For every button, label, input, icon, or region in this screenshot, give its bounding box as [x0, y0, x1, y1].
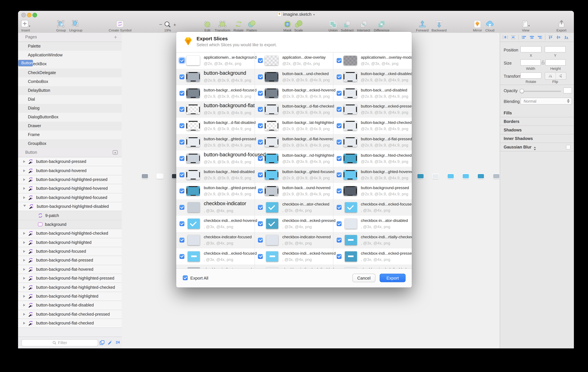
disclosure-icon[interactable] — [23, 169, 25, 172]
toolbar-scale[interactable]: Scale — [294, 19, 303, 32]
slice-checkbox[interactable] — [258, 123, 263, 128]
canvas-artboard-thumb[interactable] — [417, 174, 424, 178]
slice-checkbox[interactable] — [336, 140, 341, 145]
layer-item[interactable]: background — [18, 220, 122, 229]
width-field[interactable] — [520, 59, 541, 66]
slice-checkbox[interactable] — [336, 189, 341, 193]
sidebar-page-dialogbuttonbox[interactable]: DialogButtonBox — [18, 113, 122, 121]
disclosure-open-icon[interactable] — [23, 205, 26, 208]
toolbar-forward[interactable]: Forward — [416, 19, 429, 32]
flip-buttons[interactable] — [545, 72, 566, 80]
height-field[interactable] — [545, 59, 566, 66]
slice-checkbox[interactable] — [258, 205, 263, 210]
disclosure-icon[interactable] — [23, 304, 25, 307]
sidebar-page-combobox[interactable]: ComboBox — [18, 77, 122, 86]
layer-item[interactable]: button-background-hovered — [18, 166, 122, 175]
disclosure-icon[interactable] — [23, 277, 25, 280]
toolbar-cloud[interactable]: Cloud — [485, 19, 495, 32]
slice-checkbox[interactable] — [179, 91, 184, 96]
layer-item[interactable]: button-background-flat-highlighted-press… — [18, 274, 122, 283]
toolbar-backward[interactable]: Backward — [431, 19, 447, 32]
section-borders[interactable]: Borders — [500, 117, 574, 126]
disclosure-icon[interactable] — [23, 295, 25, 298]
toolbar-export[interactable]: Export — [556, 19, 567, 32]
toolbar-group[interactable]: Group — [56, 19, 66, 32]
toolbar-transform[interactable]: Transform — [215, 19, 230, 32]
section-gaussian-blur[interactable]: Gaussian Blur — [500, 143, 574, 151]
slice-checkbox[interactable] — [179, 238, 184, 242]
zoom-in-icon[interactable]: + — [173, 22, 176, 27]
layer-item[interactable]: button-background-highlighted-hovered — [18, 184, 122, 193]
layer-item[interactable]: button-background-focused — [18, 247, 122, 256]
position-y-field[interactable] — [545, 46, 566, 52]
sidebar-page-dialog[interactable]: Dialog — [18, 104, 122, 113]
sidebar-page-checkdelegate[interactable]: CheckDelegate — [18, 69, 122, 77]
sidebar-page-drawer[interactable]: Drawer — [18, 121, 122, 131]
zoom-out-icon[interactable]: − — [159, 22, 162, 28]
toolbar-zoom[interactable]: −+19% — [159, 19, 176, 32]
toolbar-ungroup[interactable]: Ungroup — [69, 19, 83, 32]
slice-checkbox[interactable] — [258, 91, 263, 96]
gaussian-blur-checkbox[interactable] — [566, 145, 571, 150]
opacity-knob[interactable] — [520, 89, 524, 93]
toolbar-difference[interactable]: Difference — [374, 19, 389, 32]
add-page-icon[interactable]: + — [114, 33, 117, 42]
canvas-artboard-thumb[interactable] — [478, 174, 484, 178]
slice-checkbox[interactable] — [336, 172, 341, 177]
slice-checkbox[interactable] — [179, 140, 184, 145]
slice-checkbox[interactable] — [336, 91, 341, 96]
toolbar-mirror[interactable]: Mirror — [473, 19, 482, 32]
sidebar-page-frame[interactable]: Frame — [18, 131, 122, 139]
sidebar-page-applicationwindow[interactable]: ApplicationWindow — [18, 51, 122, 60]
slice-checkbox[interactable] — [258, 156, 263, 161]
toolbar-intersect[interactable]: Intersect — [357, 19, 370, 32]
slice-checkbox[interactable] — [179, 189, 184, 193]
layer-item[interactable]: button-background-flat-checked — [18, 319, 122, 328]
export-button[interactable]: Export — [380, 274, 406, 282]
toolbar-flatten[interactable]: Flatten — [246, 19, 257, 32]
slice-checkbox[interactable] — [336, 221, 341, 226]
align-middle-icon[interactable] — [555, 35, 562, 40]
opacity-slider[interactable] — [521, 91, 561, 92]
sidebar-page-checkbox[interactable]: CheckBox — [18, 60, 122, 69]
slice-checkbox[interactable] — [258, 221, 263, 226]
slice-checkbox[interactable] — [258, 189, 263, 193]
slice-checkbox[interactable] — [179, 107, 184, 112]
cancel-button[interactable]: Cancel — [352, 274, 375, 282]
distribute-vertically-icon[interactable] — [510, 35, 516, 40]
disclosure-icon[interactable] — [23, 250, 25, 253]
blending-select[interactable]: Normal — [520, 98, 572, 105]
slice-checkbox[interactable] — [336, 123, 341, 128]
artboard-toggle-icon[interactable] — [113, 150, 118, 155]
canvas-artboard-thumb[interactable] — [448, 174, 454, 178]
sidebar-page-groupbox[interactable]: GroupBox — [18, 139, 122, 148]
disclosure-icon[interactable] — [23, 187, 25, 190]
section-shadows[interactable]: Shadows — [500, 126, 574, 134]
flip-horizontal-icon[interactable] — [545, 72, 556, 79]
disclosure-icon[interactable] — [23, 232, 25, 235]
canvas-artboard-thumb[interactable] — [142, 174, 148, 178]
slice-checkbox[interactable] — [336, 156, 341, 161]
align-center-horizontal-icon[interactable] — [529, 35, 535, 40]
slice-checkbox[interactable] — [258, 172, 263, 177]
slice-checkbox[interactable] — [336, 254, 341, 259]
slice-checkbox[interactable] — [179, 221, 184, 226]
align-left-icon[interactable] — [521, 35, 527, 40]
slice-checkbox[interactable] — [179, 205, 184, 210]
layer-item[interactable]: button-background-flat-hovered — [18, 265, 122, 274]
layer-item[interactable]: button-background-flat-highlighted — [18, 292, 122, 301]
layer-item[interactable]: button-background-flat-highlighted-check… — [18, 283, 122, 292]
slice-checkbox[interactable] — [179, 254, 184, 259]
layer-item[interactable]: button-background-pressed — [18, 157, 122, 166]
align-top-icon[interactable] — [547, 35, 554, 40]
disclosure-icon[interactable] — [23, 259, 25, 262]
toolbar-create-symbol[interactable]: Create Symbol — [109, 19, 132, 32]
slice-checkbox[interactable] — [336, 205, 341, 210]
slice-checkbox[interactable] — [258, 254, 263, 259]
slice-checkbox[interactable] — [336, 107, 341, 112]
slice-checkbox[interactable] — [258, 74, 263, 79]
slice-checkbox[interactable] — [258, 238, 263, 242]
rotate-field[interactable] — [520, 72, 541, 79]
layer-item[interactable]: button-background-flat-disabled — [18, 301, 122, 310]
layer-item[interactable]: button-background-highlighted — [18, 238, 122, 247]
